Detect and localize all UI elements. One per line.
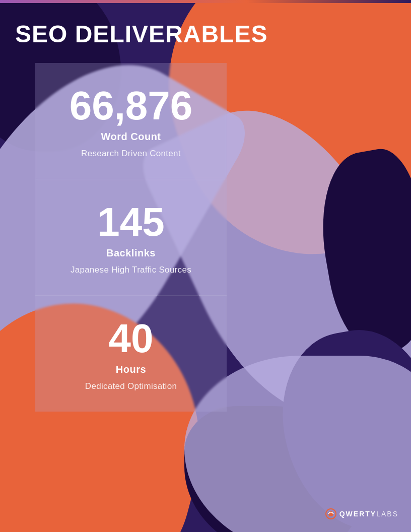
hours-number: 40 xyxy=(109,318,154,359)
logo: QWERTYLABS xyxy=(325,508,398,519)
page: SEO DELIVERABLES 66,876 Word Count Resea… xyxy=(0,0,411,532)
logo-text: QWERTYLABS xyxy=(339,510,398,518)
backlinks-label: Backlinks xyxy=(106,247,156,259)
logo-light: LABS xyxy=(376,510,398,518)
word-count-description: Research Driven Content xyxy=(81,149,181,159)
top-accent-bar xyxy=(0,0,411,3)
word-count-number: 66,876 xyxy=(70,86,193,126)
page-title: SEO DELIVERABLES xyxy=(15,20,396,48)
backlinks-number: 145 xyxy=(97,202,164,242)
main-content: SEO DELIVERABLES 66,876 Word Count Resea… xyxy=(0,0,411,532)
logo-icon xyxy=(325,508,336,519)
stats-container: 66,876 Word Count Research Driven Conten… xyxy=(20,63,396,517)
word-count-label: Word Count xyxy=(101,131,161,143)
hours-card: 40 Hours Dedicated Optimisation xyxy=(35,296,227,412)
backlinks-description: Japanese High Traffic Sources xyxy=(71,265,191,275)
logo-bold: QWERTY xyxy=(339,510,376,518)
word-count-card: 66,876 Word Count Research Driven Conten… xyxy=(35,63,227,179)
hours-label: Hours xyxy=(116,364,146,375)
backlinks-card: 145 Backlinks Japanese High Traffic Sour… xyxy=(35,179,227,296)
hours-description: Dedicated Optimisation xyxy=(85,381,177,391)
